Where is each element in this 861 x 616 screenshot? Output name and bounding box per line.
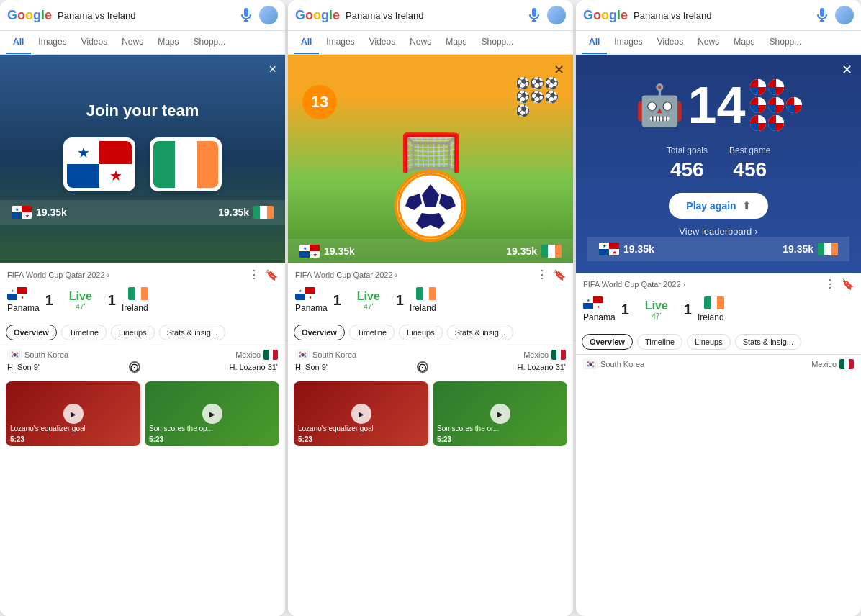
more-options-icon-3[interactable]: ⋮	[824, 277, 836, 291]
tab-all-3[interactable]: All	[582, 31, 607, 54]
ireland-flag	[153, 141, 218, 188]
search-input-3[interactable]	[634, 10, 809, 21]
video-row-1: ▶ 5:23 Lozano's equalizer goal ▶ 5:23 So…	[0, 377, 285, 616]
tab-images-2[interactable]: Images	[319, 31, 361, 54]
tab-all-2[interactable]: All	[294, 31, 319, 54]
event-icon-1: ⊙	[129, 361, 140, 373]
total-goals-stat: Total goals 456	[667, 145, 708, 181]
search-bar-1: Google	[0, 0, 285, 31]
ireland-flag-card[interactable]	[150, 137, 222, 191]
video-card-1-1[interactable]: ▶ 5:23 Lozano's equalizer goal	[6, 381, 140, 446]
mic-icon-2[interactable]	[527, 8, 541, 22]
play-button-1-2[interactable]: ▶	[202, 404, 222, 424]
right-deco-balls	[750, 79, 802, 131]
tab-videos-1[interactable]: Videos	[74, 31, 114, 54]
tab-stats-3[interactable]: Stats & insig...	[735, 334, 801, 350]
tab-overview-2[interactable]: Overview	[294, 325, 345, 340]
tab-news-3[interactable]: News	[690, 31, 726, 54]
video-card-1-2[interactable]: ▶ 5:23 Son scores the op...	[145, 381, 279, 446]
play-button-2-1[interactable]: ▶	[351, 404, 371, 424]
team-name-panama-2: Panama	[295, 303, 328, 313]
team1-score-3: 1	[621, 302, 629, 318]
tab-lineups-2[interactable]: Lineups	[399, 325, 443, 340]
tab-overview-3[interactable]: Overview	[582, 334, 633, 350]
nav-tabs-1: All Images Videos News Maps Shopp...	[0, 31, 285, 55]
tab-shopping-3[interactable]: Shopp...	[762, 31, 809, 54]
tab-videos-2[interactable]: Videos	[362, 31, 402, 54]
team-name-panama-1: Panama	[7, 303, 40, 313]
mic-icon-3[interactable]	[815, 8, 829, 22]
team-name-panama-3: Panama	[583, 312, 616, 322]
tab-overview-1[interactable]: Overview	[6, 325, 57, 340]
tab-lineups-1[interactable]: Lineups	[111, 325, 155, 340]
search-input-1[interactable]	[58, 10, 233, 21]
panama-flag-card[interactable]: ★ ★	[63, 137, 135, 191]
close-button-3[interactable]: ✕	[842, 62, 852, 78]
svg-rect-3	[532, 8, 536, 17]
video-duration-2-1: 5:23	[298, 435, 312, 443]
more-options-icon-2[interactable]: ⋮	[536, 268, 548, 281]
team2-score-3: 1	[684, 302, 692, 318]
avatar-2[interactable]	[547, 6, 566, 24]
leaderboard-link[interactable]: View leaderboard ›	[679, 226, 757, 237]
other-matches-2: 🇰🇷 South Korea Mexico H. Son 9' ⊙ H. Loz…	[288, 345, 573, 377]
event-son-2: H. Son 9'	[295, 363, 328, 371]
event-icon-2: ⊙	[417, 361, 428, 373]
close-button-1[interactable]: ×	[269, 62, 276, 77]
tab-stats-2[interactable]: Stats & insig...	[447, 325, 513, 340]
more-options-icon-1[interactable]: ⋮	[248, 268, 260, 281]
play-button-2-2[interactable]: ▶	[490, 404, 510, 424]
bookmark-icon-1[interactable]: 🔖	[266, 269, 278, 281]
match-flag-panama-2: ★ ★	[295, 287, 315, 300]
team1-score-1: 1	[45, 292, 53, 309]
tab-stats-1[interactable]: Stats & insig...	[159, 325, 225, 340]
bookmark-icon-2[interactable]: 🔖	[554, 269, 566, 281]
tab-maps-3[interactable]: Maps	[726, 31, 762, 54]
tab-shopping-2[interactable]: Shopp...	[474, 31, 521, 54]
nav-tabs-3: All Images Videos News Maps Shopp...	[576, 31, 861, 55]
other-matches-3: 🇰🇷 South Korea Mexico	[576, 354, 861, 375]
balls-flying: ⚽⚽⚽⚽⚽⚽⚽	[515, 76, 559, 117]
total-goals-label: Total goals	[667, 145, 708, 155]
avatar-1[interactable]	[259, 6, 278, 24]
flag-south-korea-1: 🇰🇷	[7, 350, 22, 360]
panama-flag-br: ★	[99, 164, 132, 188]
score-divider-1: Live 47'	[59, 290, 102, 311]
tab-timeline-1[interactable]: Timeline	[61, 325, 107, 340]
tab-news-1[interactable]: News	[114, 31, 150, 54]
match-title-1[interactable]: FIFA World Cup Qatar 2022 ›	[7, 271, 109, 279]
tab-images-1[interactable]: Images	[31, 31, 73, 54]
match-section-1: FIFA World Cup Qatar 2022 › ⋮ 🔖 ★ ★ Pana…	[0, 263, 285, 320]
match-title-3[interactable]: FIFA World Cup Qatar 2022 ›	[583, 280, 685, 289]
best-game-label: Best game	[729, 145, 770, 155]
video-card-2-2[interactable]: ▶ 5:23 Son scores the or...	[433, 381, 567, 446]
other-team1-2: South Korea	[312, 350, 356, 359]
panel-2: Google All Images Videos News Maps Shopp…	[288, 0, 573, 616]
search-input-2[interactable]	[346, 10, 521, 21]
tab-maps-2[interactable]: Maps	[438, 31, 474, 54]
other-team1-3: South Korea	[600, 360, 644, 368]
game-overlay-results: ✕ 🤖 14	[576, 55, 861, 273]
tab-shopping-1[interactable]: Shopp...	[186, 31, 233, 54]
tab-images-3[interactable]: Images	[607, 31, 649, 54]
share-icon: ⬆	[742, 200, 751, 212]
match-title-2[interactable]: FIFA World Cup Qatar 2022 ›	[295, 271, 397, 279]
avatar-3[interactable]	[835, 6, 854, 24]
video-card-2-1[interactable]: ▶ 5:23 Lozano's equalizer goal	[294, 381, 428, 446]
play-button-1-1[interactable]: ▶	[63, 404, 84, 424]
bookmark-icon-3[interactable]: 🔖	[842, 278, 854, 290]
other-team2-1: Mexico	[235, 350, 261, 359]
tab-lineups-3[interactable]: Lineups	[687, 334, 731, 350]
flag-south-korea-3: 🇰🇷	[583, 359, 598, 369]
ireland-flag-orange	[197, 141, 218, 188]
other-team1-1: South Korea	[24, 350, 68, 359]
tab-all-1[interactable]: All	[6, 31, 31, 54]
tab-timeline-3[interactable]: Timeline	[637, 334, 682, 350]
tab-videos-3[interactable]: Videos	[650, 31, 690, 54]
svg-rect-13	[820, 8, 824, 17]
tab-news-2[interactable]: News	[402, 31, 438, 54]
play-again-button[interactable]: Play again ⬆	[669, 193, 767, 219]
mic-icon-1[interactable]	[239, 8, 253, 22]
tab-maps-1[interactable]: Maps	[150, 31, 186, 54]
tab-timeline-2[interactable]: Timeline	[349, 325, 395, 340]
